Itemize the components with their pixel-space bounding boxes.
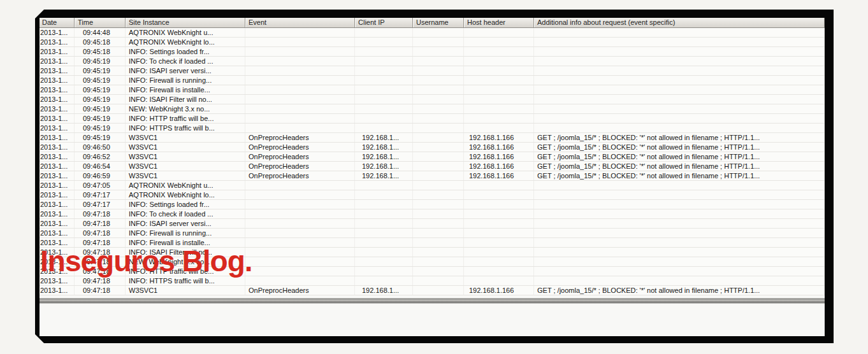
column-header-time[interactable]: Time [75,18,126,27]
cell-date: 2013-1... [40,152,75,161]
cell-host-header [464,57,534,66]
log-row[interactable]: 2013-1...09:45:19W3SVC1OnPreprocHeaders1… [40,133,825,143]
cell-site-instance: INFO: ISAPI Filter will no... [126,95,245,104]
cell-additional-info [534,257,825,266]
cell-username [413,238,464,247]
cell-time: 09:47:18 [75,209,126,218]
cell-host-header [464,85,534,94]
column-header-event[interactable]: Event [245,18,355,27]
cell-site-instance: INFO: Firewall is running... [126,76,245,85]
cell-site-instance: INFO: Settings loaded fr... [126,47,245,56]
column-header-date[interactable]: Date [40,18,75,27]
cell-client-ip [355,181,413,190]
cell-username [413,286,464,295]
cell-time: 09:46:52 [75,152,126,161]
cell-additional-info: GET ; /joomla_15/* ; BLOCKED: '*' not al… [534,133,825,142]
log-row[interactable]: 2013-1...09:45:18AQTRONIX WebKnight lo..… [40,38,825,47]
cell-date: 2013-1... [40,66,75,75]
log-viewer-window: DateTimeSite InstanceEventClient IPUsern… [40,18,825,336]
cell-time: 09:45:19 [75,133,126,142]
horizontal-scrollbar[interactable] [40,298,825,304]
log-row[interactable]: 2013-1...09:47:17AQTRONIX WebKnight lo..… [40,190,825,200]
cell-host-header [464,248,534,257]
log-row[interactable]: 2013-1...09:47:17INFO: Settings loaded f… [40,200,825,209]
cell-event [245,238,355,247]
cell-client-ip [355,190,413,199]
column-header-additional-info[interactable]: Additional info about request (event spe… [534,18,825,27]
cell-additional-info: GET ; /joomla_15/* ; BLOCKED: '*' not al… [534,171,825,180]
cell-additional-info [534,28,825,37]
log-row[interactable]: 2013-1...09:46:54W3SVC1OnPreprocHeaders1… [40,162,825,171]
cell-site-instance: INFO: HTTP traffic will be... [126,114,245,123]
cell-event [245,267,355,276]
log-row[interactable]: 2013-1...09:45:19INFO: HTTP traffic will… [40,114,825,124]
cell-additional-info: GET ; /joomla_15/* ; BLOCKED: '*' not al… [534,152,825,161]
column-header-site-instance[interactable]: Site Instance [126,18,245,27]
cell-event [245,181,355,190]
log-row[interactable]: 2013-1...09:47:18INFO: To check if loade… [40,209,825,219]
cell-event: OnPreprocHeaders [245,286,355,295]
cell-date: 2013-1... [40,57,75,66]
cell-username [413,248,464,257]
cell-date: 2013-1... [40,162,75,171]
cell-host-header [464,276,534,285]
cell-additional-info [534,209,825,218]
log-row[interactable]: 2013-1...09:45:18INFO: Settings loaded f… [40,47,825,57]
log-row[interactable]: 2013-1...09:45:19INFO: ISAPI Filter will… [40,95,825,104]
cell-event [245,257,355,266]
cell-username [413,209,464,218]
cell-event [245,57,355,66]
log-row[interactable]: 2013-1...09:45:19INFO: To check if loade… [40,57,825,66]
log-row[interactable]: 2013-1...09:47:05AQTRONIX WebKnight u... [40,181,825,190]
cell-client-ip [355,124,413,132]
cell-username [413,143,464,152]
log-row[interactable]: 2013-1...09:46:59W3SVC1OnPreprocHeaders1… [40,171,825,181]
cell-event [245,276,355,285]
cell-username [413,200,464,209]
log-row[interactable]: 2013-1...09:45:19INFO: Firewall is insta… [40,85,825,95]
table-header-row: DateTimeSite InstanceEventClient IPUsern… [40,18,825,28]
log-row[interactable]: 2013-1...09:45:19INFO: HTTPS traffic wil… [40,124,825,133]
log-row[interactable]: 2013-1...09:45:19NEW: WebKnight 3.x no..… [40,104,825,114]
log-row[interactable]: 2013-1...09:45:19INFO: Firewall is runni… [40,76,825,85]
cell-additional-info [534,190,825,199]
log-row[interactable]: 2013-1...09:46:50W3SVC1OnPreprocHeaders1… [40,143,825,152]
cell-additional-info [534,95,825,104]
cell-event [245,76,355,85]
cell-event [245,209,355,218]
cell-additional-info [534,248,825,257]
cell-client-ip [355,200,413,209]
cell-host-header: 192.168.1.166 [464,171,534,180]
log-row[interactable]: 2013-1...09:47:18INFO: Firewall is runni… [40,229,825,238]
cell-site-instance: INFO: To check if loaded ... [126,209,245,218]
cell-username [413,66,464,75]
cell-host-header [464,200,534,209]
cell-additional-info [534,66,825,75]
cell-client-ip [355,276,413,285]
log-row[interactable]: 2013-1...09:44:48AQTRONIX WebKnight u... [40,28,825,38]
cell-host-header [464,190,534,199]
cell-date: 2013-1... [40,209,75,218]
cell-site-instance: AQTRONIX WebKnight lo... [126,190,245,199]
cell-event [245,248,355,257]
cell-time: 09:47:18 [75,286,126,295]
log-row[interactable]: 2013-1...09:45:19INFO: ISAPI server vers… [40,66,825,76]
cell-additional-info: GET ; /joomla_15/* ; BLOCKED: '*' not al… [534,162,825,171]
cell-event [245,229,355,237]
cell-additional-info [534,200,825,209]
cell-site-instance: INFO: Firewall is running... [126,229,245,237]
log-row[interactable]: 2013-1...09:47:18INFO: ISAPI server vers… [40,219,825,229]
log-row[interactable]: 2013-1...09:47:18W3SVC1OnPreprocHeaders1… [40,286,825,295]
cell-client-ip [355,238,413,247]
cell-site-instance: W3SVC1 [126,162,245,171]
cell-site-instance: INFO: HTTPS traffic will b... [126,124,245,132]
log-row[interactable]: 2013-1...09:46:52W3SVC1OnPreprocHeaders1… [40,152,825,162]
cell-site-instance: AQTRONIX WebKnight u... [126,28,245,37]
column-header-client-ip[interactable]: Client IP [355,18,413,27]
cell-username [413,104,464,113]
cell-time: 09:45:19 [75,124,126,132]
column-header-host-header[interactable]: Host header [464,18,534,27]
column-header-username[interactable]: Username [413,18,464,27]
cell-client-ip: 192.168.1... [355,162,413,171]
cell-additional-info [534,238,825,247]
